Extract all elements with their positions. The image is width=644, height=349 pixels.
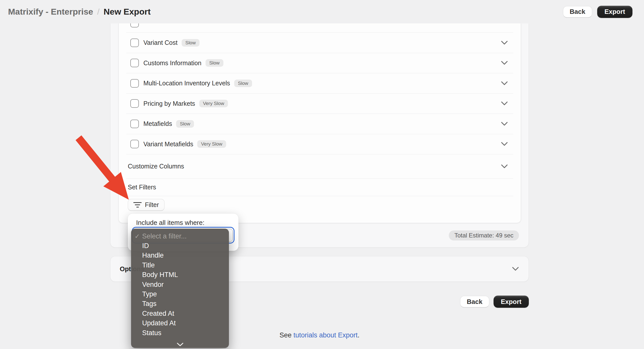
export-options-panel: Variant CostSlowCustoms InformationSlowM…	[118, 23, 521, 223]
tutorials-link[interactable]: tutorials about Export	[293, 331, 357, 339]
export-option-row: Customs InformationSlow	[126, 53, 513, 74]
dropdown-items: IDHandleTitleBody HTMLVendorTypeTagsCrea…	[131, 241, 229, 338]
option-label: Customs Information	[143, 59, 202, 67]
dropdown-item[interactable]: ID	[131, 241, 229, 251]
export-option-row: Variant CostSlow	[126, 33, 513, 53]
dropdown-placeholder-label: Select a filter...	[142, 232, 187, 240]
option-checkbox[interactable]	[130, 39, 139, 47]
dropdown-item[interactable]: Handle	[131, 251, 229, 260]
export-option-rows: Variant CostSlowCustoms InformationSlowM…	[126, 33, 513, 154]
option-checkbox[interactable]	[130, 99, 139, 108]
chevron-down-icon[interactable]	[501, 40, 508, 45]
chevron-down-icon[interactable]	[501, 60, 508, 65]
chevron-down-icon[interactable]	[501, 142, 508, 147]
customize-columns-row[interactable]: Customize Columns	[126, 154, 513, 179]
speed-badge: Slow	[206, 59, 223, 67]
dropdown-item-placeholder[interactable]: ✓ Select a filter...	[131, 231, 229, 241]
option-checkbox[interactable]	[130, 59, 139, 67]
option-label: Pricing by Markets	[143, 100, 195, 107]
export-option-row: Pricing by MarketsVery Slow	[126, 94, 513, 114]
back-button-top[interactable]: Back	[563, 6, 592, 18]
export-option-row: Multi-Location Inventory LevelsSlow	[126, 73, 513, 94]
option-checkbox[interactable]	[130, 79, 139, 88]
checkbox-partial[interactable]	[130, 23, 139, 27]
dropdown-item[interactable]: Status	[131, 328, 229, 338]
export-option-row: Variant MetafieldsVery Slow	[126, 134, 513, 155]
chevron-down-icon[interactable]	[501, 164, 508, 169]
filter-button[interactable]: Filter	[128, 199, 165, 211]
page-header: Matrixify - Enterprise / New Export Back…	[0, 0, 644, 23]
export-button-bottom[interactable]: Export	[494, 296, 529, 308]
dropdown-item[interactable]: Type	[131, 289, 229, 299]
set-filters-row: Set Filters	[126, 179, 513, 196]
speed-badge: Very Slow	[199, 100, 228, 107]
help-suffix: .	[358, 331, 360, 339]
chevron-down-icon[interactable]	[501, 101, 508, 106]
breadcrumb: Matrixify - Enterprise / New Export	[8, 7, 151, 17]
dropdown-item[interactable]: Vendor	[131, 280, 229, 289]
dropdown-item[interactable]: Body HTML	[131, 270, 229, 280]
option-label: Multi-Location Inventory Levels	[143, 80, 230, 87]
option-label: Variant Metafields	[143, 141, 193, 148]
dropdown-item[interactable]: Created At	[131, 309, 229, 318]
export-button-top[interactable]: Export	[597, 6, 632, 18]
set-filters-label: Set Filters	[128, 184, 156, 191]
filter-button-row: Filter	[126, 199, 513, 211]
filter-popover-title: Include all items where:	[136, 219, 205, 227]
page-title: New Export	[104, 7, 151, 17]
check-icon: ✓	[135, 233, 140, 240]
scroll-down-chevron-icon[interactable]	[177, 342, 184, 346]
breadcrumb-separator: /	[97, 7, 99, 17]
chevron-down-icon[interactable]	[501, 81, 508, 86]
export-option-row: MetafieldsSlow	[126, 114, 513, 134]
speed-badge: Slow	[182, 39, 199, 47]
filter-icon	[133, 202, 142, 208]
footer-actions: Back Export	[460, 296, 529, 308]
speed-badge: Slow	[176, 120, 194, 128]
dropdown-item[interactable]: Tags	[131, 299, 229, 309]
chevron-down-icon[interactable]	[501, 121, 508, 126]
back-button-bottom[interactable]: Back	[460, 296, 489, 307]
filter-button-label: Filter	[145, 201, 159, 208]
help-prefix: See	[279, 331, 294, 339]
partial-option-row	[126, 23, 513, 33]
option-checkbox[interactable]	[130, 140, 139, 148]
option-checkbox[interactable]	[130, 120, 139, 128]
dropdown-item[interactable]: Title	[131, 260, 229, 270]
breadcrumb-app-title[interactable]: Matrixify - Enterprise	[8, 7, 93, 17]
option-label: Variant Cost	[143, 39, 178, 46]
chevron-down-icon	[512, 266, 519, 271]
option-label: Metafields	[143, 120, 172, 127]
dropdown-item[interactable]: Updated At	[131, 319, 229, 328]
header-actions: Back Export	[563, 6, 633, 18]
filter-dropdown-menu: ✓ Select a filter... IDHandleTitleBody H…	[131, 229, 229, 348]
customize-columns-label: Customize Columns	[128, 163, 184, 170]
total-estimate-badge: Total Estimate: 49 sec	[449, 230, 519, 240]
speed-badge: Very Slow	[197, 140, 226, 148]
speed-badge: Slow	[234, 80, 252, 87]
matrixify-new-export-page: Matrixify - Enterprise / New Export Back…	[0, 0, 644, 349]
